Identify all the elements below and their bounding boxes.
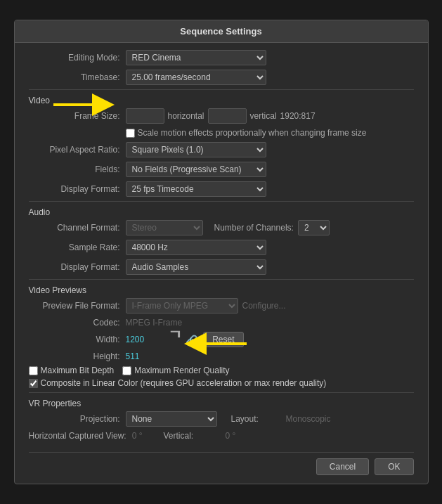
codec-label: Codec:: [29, 318, 120, 328]
display-format-video-label: Display Format:: [29, 184, 120, 194]
sequence-settings-dialog: Sequence Settings Editing Mode: RED Cine…: [14, 20, 429, 484]
num-channels-label: Number of Channels:: [214, 223, 294, 233]
channel-format-label: Channel Format:: [29, 223, 120, 233]
projection-row: Projection: None Layout: Monoscopic: [29, 411, 414, 427]
h-captured-row: Horizontal Captured View: 0 ° Vertical: …: [29, 431, 414, 441]
channel-format-inputs: Stereo Number of Channels: 2: [126, 220, 330, 235]
preview-file-format-label: Preview File Format:: [29, 301, 120, 311]
timebase-label: Timebase:: [29, 72, 120, 82]
bottom-checks-row: Maximum Bit Depth Maximum Render Quality: [29, 366, 414, 375]
layout-value: Monoscopic: [286, 414, 331, 424]
pixel-aspect-row: Pixel Aspect Ratio: Square Pixels (1.0): [29, 142, 414, 157]
sample-rate-select[interactable]: 48000 Hz: [126, 240, 266, 255]
h-captured-value: 0 °: [132, 431, 143, 441]
projection-label: Projection:: [29, 414, 120, 424]
preview-file-format-select[interactable]: I-Frame Only MPEG: [126, 298, 238, 314]
editing-mode-select[interactable]: RED Cinema: [126, 50, 266, 65]
bracket-top: ⌝: [169, 335, 183, 344]
video-section-title: Video: [29, 96, 414, 105]
footer-buttons: Cancel OK: [15, 453, 428, 484]
editing-mode-row: Editing Mode: RED Cinema: [29, 50, 414, 65]
scale-motion-row: Scale motion effects proportionally when…: [126, 128, 414, 138]
codec-row: Codec: MPEG I-Frame: [29, 318, 414, 328]
cancel-button[interactable]: Cancel: [316, 458, 369, 475]
vertical-value: 0 °: [226, 431, 236, 441]
vr-section-title: VR Properties: [29, 399, 414, 408]
scale-motion-label: Scale motion effects proportionally when…: [138, 128, 367, 138]
pixel-aspect-select[interactable]: Square Pixels (1.0): [126, 142, 266, 157]
fields-row: Fields: No Fields (Progressive Scan): [29, 162, 414, 177]
frame-size-row: Frame Size: 3840 horizontal 1634 vertica…: [29, 108, 414, 124]
codec-value: MPEG I-Frame: [126, 318, 183, 328]
layout-label: Layout:: [231, 414, 266, 424]
ok-button[interactable]: OK: [375, 458, 413, 475]
pixel-aspect-label: Pixel Aspect Ratio:: [29, 145, 120, 155]
configure-label: Configure...: [242, 301, 286, 311]
height-row: Height: 511: [29, 351, 414, 361]
display-format-video-row: Display Format: 25 fps Timecode: [29, 181, 414, 197]
sample-rate-label: Sample Rate:: [29, 243, 120, 252]
channel-format-select[interactable]: Stereo: [126, 220, 203, 235]
h-captured-label: Horizontal Captured View:: [29, 431, 126, 441]
link-icon: 🔗: [186, 335, 197, 346]
native-resolution: 1920:817: [280, 111, 316, 121]
frame-size-inputs: 3840 horizontal 1634 vertical 1920:817: [126, 108, 316, 124]
composite-linear-checkbox[interactable]: [29, 379, 38, 388]
channel-format-row: Channel Format: Stereo Number of Channel…: [29, 220, 414, 235]
composite-row: Composite in Linear Color (requires GPU …: [29, 378, 414, 388]
max-bit-depth-checkbox[interactable]: [29, 366, 38, 375]
dialog-title: Sequence Settings: [180, 26, 261, 37]
display-format-audio-select[interactable]: Audio Samples: [126, 259, 266, 275]
scale-motion-checkbox[interactable]: [126, 129, 135, 138]
num-channels-select[interactable]: 2: [298, 220, 330, 235]
vertical-label: vertical: [250, 111, 277, 121]
max-bit-depth-item: Maximum Bit Depth: [29, 366, 115, 375]
max-bit-depth-label: Maximum Bit Depth: [41, 366, 115, 375]
preview-file-format-row: Preview File Format: I-Frame Only MPEG C…: [29, 298, 414, 314]
width-row: Width: 1200 ⌝ 🔗 Reset: [29, 332, 414, 347]
height-value: 511: [126, 351, 140, 361]
vertical-label: Vertical:: [164, 431, 199, 441]
reset-button[interactable]: Reset: [203, 332, 243, 347]
video-previews-title: Video Previews: [29, 285, 414, 295]
editing-mode-label: Editing Mode:: [29, 53, 120, 63]
sample-rate-row: Sample Rate: 48000 Hz: [29, 240, 414, 255]
horizontal-label: horizontal: [168, 111, 204, 121]
timebase-row: Timebase: 25.00 frames/second: [29, 70, 414, 85]
max-render-quality-label: Maximum Render Quality: [134, 366, 229, 375]
fields-select[interactable]: No Fields (Progressive Scan): [126, 162, 266, 177]
frame-width-input[interactable]: 3840: [126, 108, 164, 124]
audio-section-title: Audio: [29, 207, 414, 217]
fields-label: Fields:: [29, 164, 120, 174]
height-label: Height:: [29, 351, 120, 361]
composite-linear-label: Composite in Linear Color (requires GPU …: [41, 378, 327, 388]
title-bar: Sequence Settings: [15, 20, 428, 43]
display-format-audio-row: Display Format: Audio Samples: [29, 259, 414, 275]
width-label: Width:: [29, 335, 120, 344]
frame-size-label: Frame Size:: [29, 111, 120, 121]
projection-select[interactable]: None: [126, 411, 217, 427]
timebase-select[interactable]: 25.00 frames/second: [126, 70, 266, 85]
display-format-audio-label: Display Format:: [29, 262, 120, 272]
frame-height-input[interactable]: 1634: [208, 108, 247, 124]
display-format-video-select[interactable]: 25 fps Timecode: [126, 181, 266, 197]
max-render-quality-checkbox[interactable]: [122, 366, 131, 375]
width-value: 1200: [126, 335, 145, 344]
max-render-quality-item: Maximum Render Quality: [122, 366, 229, 375]
